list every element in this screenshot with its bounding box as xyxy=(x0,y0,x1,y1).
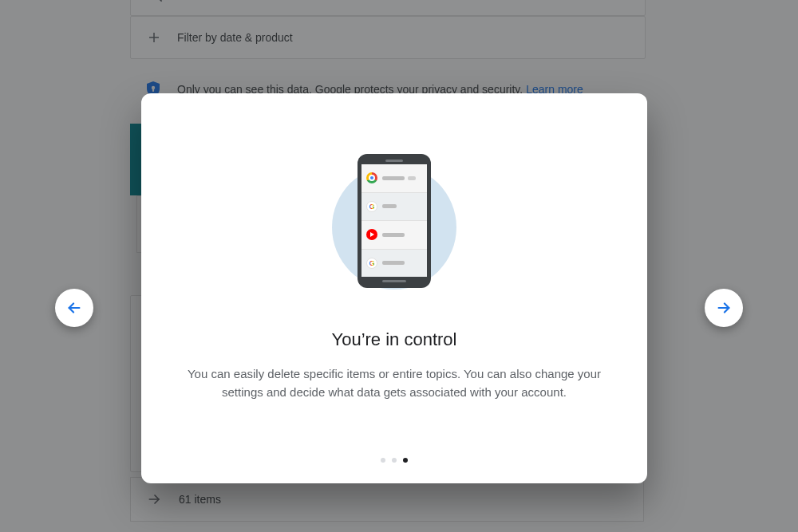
youtube-icon xyxy=(366,229,377,240)
pagination-dots xyxy=(141,458,647,463)
dot-1 xyxy=(381,458,385,463)
illustration xyxy=(332,154,456,298)
dot-2 xyxy=(392,458,397,463)
google-icon xyxy=(366,201,377,212)
dot-3 xyxy=(403,458,408,463)
modal-title: You’re in control xyxy=(332,329,457,350)
chrome-icon xyxy=(366,172,377,183)
page-root: Filter by date & product Only you can se… xyxy=(0,0,798,532)
next-button[interactable] xyxy=(705,289,743,327)
modal-body: You can easily delete specific items or … xyxy=(171,365,618,402)
google-icon xyxy=(366,258,377,269)
onboarding-modal: You’re in control You can easily delete … xyxy=(141,93,647,483)
prev-button[interactable] xyxy=(55,289,93,327)
